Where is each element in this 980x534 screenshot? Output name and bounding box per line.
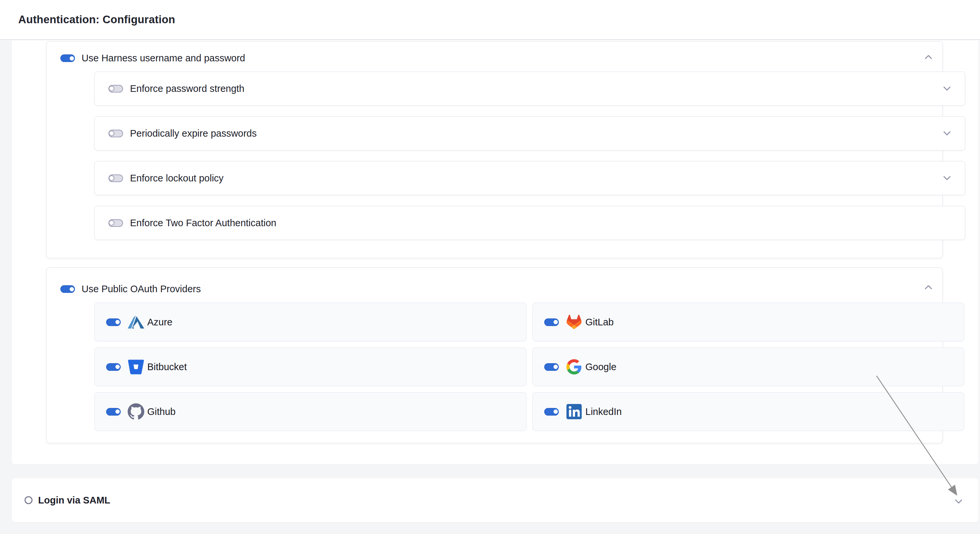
linkedin-icon [566, 403, 582, 420]
username-password-toggle[interactable] [60, 54, 75, 62]
toggle-knob [115, 364, 120, 370]
github-toggle[interactable] [106, 408, 121, 416]
azure-icon [128, 314, 144, 331]
page-title: Authentication: Configuration [18, 13, 175, 26]
periodically-expire-passwords-label: Periodically expire passwords [130, 128, 257, 139]
periodically-expire-passwords-row[interactable]: Periodically expire passwords [94, 116, 966, 151]
bitbucket-provider-row: Bitbucket [94, 347, 527, 386]
chevron-down-icon[interactable] [955, 499, 963, 504]
toggle-knob [553, 409, 558, 415]
authentication-configuration-page: Authentication: Configuration Use Harnes… [0, 0, 980, 534]
enforce-two-factor-authentication-toggle[interactable] [108, 219, 123, 227]
periodically-expire-passwords-toggle[interactable] [108, 130, 123, 137]
chevron-down-icon[interactable] [943, 86, 951, 91]
chevron-up-icon[interactable] [924, 54, 932, 60]
toggle-knob [553, 364, 558, 370]
gitlab-toggle[interactable] [544, 318, 559, 326]
enforce-two-factor-authentication-label: Enforce Two Factor Authentication [130, 218, 276, 229]
toggle-knob [115, 319, 120, 325]
oauth-providers-toggle[interactable] [60, 285, 75, 293]
username-password-label: Use Harness username and password [81, 53, 245, 64]
bitbucket-label: Bitbucket [147, 362, 187, 372]
azure-provider-row: Azure [94, 302, 527, 342]
github-icon [128, 403, 144, 420]
enforce-password-strength-row[interactable]: Enforce password strength [94, 71, 966, 106]
google-provider-row: Google [532, 347, 964, 386]
azure-label: Azure [147, 317, 172, 328]
saml-label: Login via SAML [38, 495, 110, 506]
enforce-lockout-policy-label: Enforce lockout policy [130, 173, 224, 184]
saml-radio-button[interactable] [25, 496, 32, 504]
page-header: Authentication: Configuration [0, 0, 980, 40]
enforce-password-strength-toggle[interactable] [108, 85, 123, 92]
oauth-providers-label: Use Public OAuth Providers [81, 284, 200, 294]
linkedin-label: LinkedIn [585, 406, 622, 417]
bitbucket-icon [128, 359, 144, 375]
enforce-password-strength-label: Enforce password strength [130, 83, 244, 94]
linkedin-toggle[interactable] [544, 408, 559, 416]
github-provider-row: Github [94, 392, 527, 431]
enforce-two-factor-authentication-row[interactable]: Enforce Two Factor Authentication [94, 206, 966, 240]
gitlab-label: GitLab [585, 317, 614, 328]
google-label: Google [585, 362, 617, 372]
username-password-section: Use Harness username and password Enforc… [46, 41, 943, 258]
chevron-down-icon[interactable] [943, 131, 951, 136]
azure-toggle[interactable] [106, 318, 121, 326]
toggle-knob [553, 319, 558, 325]
auth-mechanisms-panel: Use Harness username and password Enforc… [12, 40, 978, 464]
gitlab-provider-row: GitLab [532, 302, 964, 342]
toggle-knob [109, 86, 115, 92]
toggle-knob [109, 220, 115, 226]
google-icon [566, 359, 582, 375]
toggle-knob [109, 131, 115, 136]
enforce-lockout-policy-toggle[interactable] [108, 175, 123, 182]
username-password-header: Use Harness username and password [60, 53, 245, 64]
toggle-knob [109, 175, 115, 181]
oauth-providers-header: Use Public OAuth Providers [60, 284, 200, 294]
toggle-knob [115, 409, 120, 415]
github-label: Github [147, 406, 175, 417]
enforce-lockout-policy-row[interactable]: Enforce lockout policy [94, 161, 966, 195]
chevron-down-icon[interactable] [943, 175, 951, 181]
toggle-knob [69, 56, 75, 61]
toggle-knob [69, 286, 75, 292]
google-toggle[interactable] [544, 363, 559, 371]
chevron-up-icon[interactable] [924, 284, 932, 290]
content-area: Use Harness username and password Enforc… [0, 40, 980, 534]
login-via-saml-row[interactable]: Login via SAML [12, 478, 978, 522]
oauth-providers-section: Use Public OAuth Providers Azure [46, 267, 943, 443]
gitlab-icon [566, 314, 582, 331]
linkedin-provider-row: LinkedIn [532, 392, 964, 431]
bitbucket-toggle[interactable] [106, 363, 121, 371]
